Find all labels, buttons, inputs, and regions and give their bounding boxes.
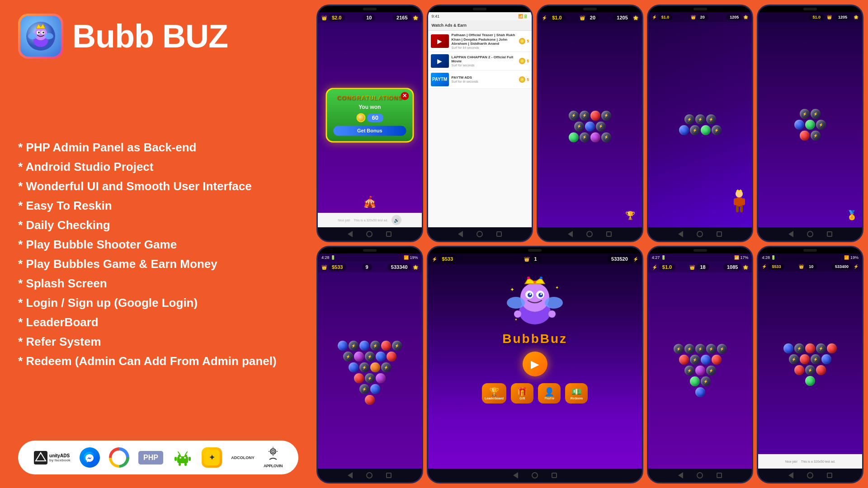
nav-back-5[interactable]	[788, 231, 793, 237]
bubble: ⚡	[789, 354, 799, 364]
ad-list-item-1[interactable]: ▶ Pathaan | Official Teaser | Shah Rukh …	[428, 31, 532, 52]
bubble: ⚡	[359, 384, 369, 394]
nav-home-4[interactable]	[697, 231, 703, 237]
nav-recent-8[interactable]	[827, 473, 832, 478]
ad-list-item-2[interactable]: ▶ LAPPAN CHHAPPAN 2 - Official Full Movi…	[428, 52, 532, 70]
svg-rect-35	[736, 197, 743, 206]
bubble: ⚡	[706, 366, 716, 375]
ad-list-item-3[interactable]: PAYTM PAYTM ADS Surf for 4r seconds 5	[428, 70, 532, 89]
bubble	[590, 132, 600, 142]
svg-point-6	[42, 32, 44, 33]
nav-home-5[interactable]	[807, 231, 813, 237]
bubble: ⚡	[811, 354, 821, 364]
svg-rect-23	[179, 463, 181, 466]
ad-title-2: LAPPAN CHHAPPAN 2 - Official Full Movie	[452, 55, 517, 64]
svg-point-18	[184, 457, 186, 459]
feature-10: * LeaderBoard	[18, 314, 298, 331]
bubble: ⚡	[370, 341, 380, 351]
ad-time-1: Surf for 84 seconds	[452, 46, 517, 49]
bubble: ⚡	[343, 352, 353, 361]
leaderboard-btn[interactable]: 🏆 Leaderboard	[482, 383, 506, 404]
unity-ads-logo: unityADS by facebook	[34, 451, 71, 465]
gift-btn[interactable]: 🎁 Gift	[511, 383, 533, 404]
hud-level-1: 10	[363, 14, 375, 21]
nav-home-menu[interactable]	[532, 472, 538, 479]
svg-point-17	[179, 457, 181, 459]
hud-level-4: 20	[697, 14, 708, 20]
nav-back-btn-3[interactable]	[568, 231, 573, 237]
nav-back-8[interactable]	[788, 472, 793, 479]
character-sprite: 🏆	[625, 211, 635, 221]
nav-home-btn[interactable]	[366, 231, 373, 237]
coin-amount: 60	[368, 113, 383, 122]
popup-close-btn[interactable]: ✕	[401, 92, 409, 100]
nav-back-6[interactable]	[348, 472, 353, 479]
bubble	[370, 384, 380, 394]
bubble	[370, 362, 380, 372]
score-partial-5: 1205	[835, 14, 851, 20]
hud-level-2: 20	[586, 14, 599, 21]
features-list: * PHP Admin Panel as Back-end * Android …	[18, 68, 298, 441]
nav-home-btn-3[interactable]	[586, 231, 593, 237]
bubble: ⚡	[695, 114, 705, 124]
adcolony-text: ADCOLONY	[231, 455, 255, 460]
feature-8: * Splash Screen	[18, 275, 298, 292]
bubble	[800, 131, 810, 141]
logo-image	[20, 16, 61, 56]
bubble	[821, 354, 831, 364]
get-bonus-button[interactable]: Get Bonus	[333, 126, 406, 136]
nav-recent-4[interactable]	[717, 231, 722, 237]
profile-btn[interactable]: 👤 Profile	[538, 383, 561, 404]
game-logo: BubbBuz	[502, 332, 567, 346]
feature-3: * Wonderful UI and Smooth User Interface	[18, 178, 298, 195]
nav-recent-btn[interactable]	[386, 231, 392, 237]
nav-back-7[interactable]	[678, 472, 683, 479]
status-time: 9:41	[432, 14, 440, 19]
bubble: ⚡	[695, 344, 705, 354]
nav-recent-7[interactable]	[717, 473, 722, 478]
ad-title-3: PAYTM ADS	[452, 75, 517, 80]
nav-recent-6[interactable]	[386, 473, 392, 478]
bubble	[816, 365, 826, 375]
nav-back-4[interactable]	[678, 231, 683, 237]
bubble	[359, 341, 369, 351]
nav-home-8[interactable]	[807, 472, 813, 479]
bubble: ⚡	[816, 343, 826, 353]
unity-sub: by facebook	[49, 458, 71, 462]
nav-home-7[interactable]	[697, 472, 703, 479]
play-button[interactable]: ▶	[523, 352, 547, 376]
svg-rect-22	[189, 457, 191, 461]
phone-screenshot-1: 👑 $2.0 10 2165 🌟	[316, 5, 423, 242]
hud-coins-1: $2.0	[328, 14, 345, 21]
nav-recent-btn-3[interactable]	[606, 231, 612, 237]
bubble: ⚡	[811, 131, 821, 141]
ad-reward-1: 5	[519, 38, 529, 44]
svg-point-7	[28, 33, 37, 39]
svg-line-20	[185, 452, 187, 455]
svg-rect-36	[734, 198, 737, 205]
nav-home-6[interactable]	[366, 472, 373, 479]
bubble	[800, 354, 810, 364]
nav-recent-btn-2[interactable]	[496, 231, 502, 237]
gift-label: Gift	[514, 397, 531, 400]
bubble	[805, 120, 815, 130]
bubble: ⚡	[684, 114, 694, 124]
svg-rect-38	[736, 206, 739, 212]
nav-back-btn[interactable]	[348, 231, 353, 237]
nav-recent-menu[interactable]	[552, 473, 557, 478]
nav-home-btn-2[interactable]	[476, 231, 483, 237]
nav-back-btn-2[interactable]	[458, 231, 463, 237]
redeem-btn[interactable]: 💵 Redeem	[565, 383, 588, 404]
brand-title: Bubb BUZ	[72, 20, 228, 52]
bubble	[354, 352, 364, 361]
bubble: ⚡	[701, 376, 711, 386]
brand-header: Bubb BUZ	[18, 14, 298, 59]
bubble: ⚡	[569, 111, 579, 121]
feature-1: * PHP Admin Panel as Back-end	[18, 139, 298, 156]
hud-level-8: 10	[805, 263, 817, 270]
nav-back-menu[interactable]	[513, 472, 518, 479]
android-studio-logo	[172, 447, 193, 468]
feature-12: * Redeem (Admin Can Add From Admin panel…	[18, 352, 298, 370]
nav-recent-5[interactable]	[827, 231, 832, 237]
bubble	[365, 395, 375, 405]
